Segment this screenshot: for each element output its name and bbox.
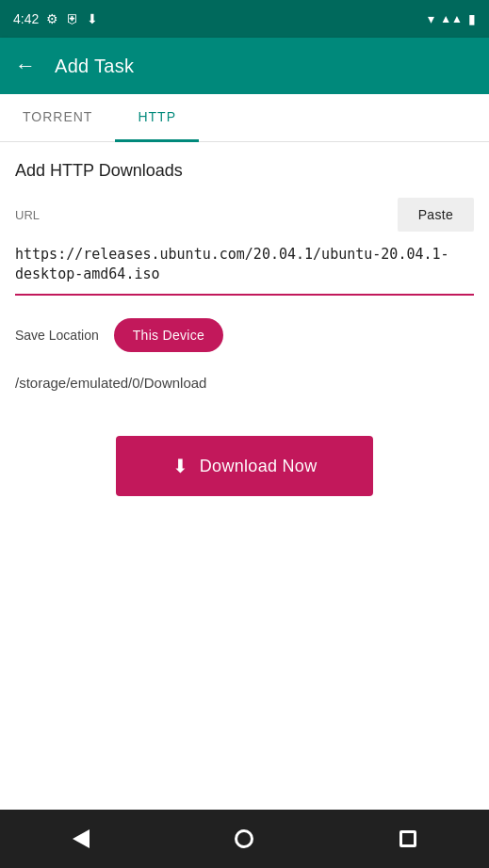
download-icon: ⬇ bbox=[172, 455, 188, 477]
download-now-button[interactable]: ⬇ Download Now bbox=[116, 436, 374, 496]
status-left: 4:42 ⚙ ⛨ ⬇ bbox=[13, 11, 98, 26]
bottom-nav bbox=[0, 810, 489, 868]
url-row: URL Paste bbox=[15, 198, 474, 232]
url-label: URL bbox=[15, 208, 40, 222]
content-area: TORRENT HTTP Add HTTP Downloads URL Past… bbox=[0, 94, 489, 810]
recents-nav-button[interactable] bbox=[371, 821, 445, 857]
status-time: 4:42 bbox=[13, 11, 39, 26]
home-nav-button[interactable] bbox=[206, 820, 282, 858]
tab-torrent[interactable]: TORRENT bbox=[0, 94, 115, 142]
storage-path: /storage/emulated/0/Download bbox=[15, 367, 474, 398]
back-nav-icon bbox=[73, 829, 90, 848]
shield-icon: ⛨ bbox=[66, 11, 79, 26]
download-section: ⬇ Download Now bbox=[15, 436, 474, 496]
download-button-label: Download Now bbox=[200, 457, 318, 476]
save-location-row: Save Location This Device bbox=[15, 318, 474, 352]
save-location-label: Save Location bbox=[15, 328, 99, 343]
download-status-icon: ⬇ bbox=[87, 11, 98, 26]
section-title: Add HTTP Downloads bbox=[15, 161, 474, 181]
settings-icon: ⚙ bbox=[46, 11, 58, 26]
recents-nav-icon bbox=[399, 830, 416, 847]
main-content: Add HTTP Downloads URL Paste Save Locati… bbox=[0, 142, 489, 810]
home-nav-icon bbox=[235, 829, 253, 848]
tab-http[interactable]: HTTP bbox=[115, 94, 199, 142]
app-bar-title: Add Task bbox=[55, 56, 134, 77]
back-nav-button[interactable] bbox=[44, 820, 118, 858]
battery-icon: ▮ bbox=[468, 11, 476, 26]
url-input[interactable] bbox=[15, 239, 474, 296]
status-bar: 4:42 ⚙ ⛨ ⬇ ▾ ▲▲ ▮ bbox=[0, 0, 489, 38]
app-bar: ← Add Task bbox=[0, 38, 489, 94]
paste-button[interactable]: Paste bbox=[398, 198, 474, 232]
tabs-bar: TORRENT HTTP bbox=[0, 94, 489, 142]
back-button[interactable]: ← bbox=[15, 54, 36, 78]
this-device-button[interactable]: This Device bbox=[114, 318, 223, 352]
status-right: ▾ ▲▲ ▮ bbox=[428, 11, 476, 26]
wifi-icon: ▾ bbox=[428, 11, 434, 26]
signal-icon: ▲▲ bbox=[440, 12, 463, 25]
